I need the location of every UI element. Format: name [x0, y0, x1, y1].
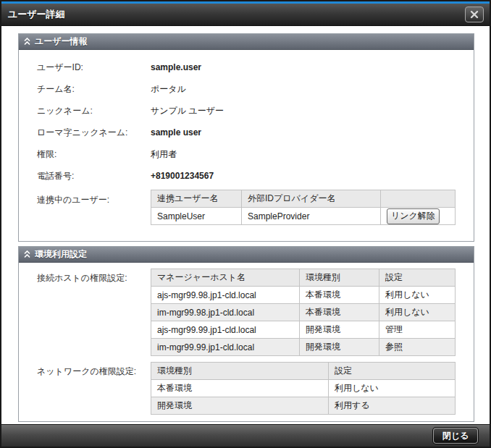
- host-permissions-row: 接続ホストの権限設定: マネージャーホスト名 環境種別 設定 ajs-mgr99…: [19, 269, 474, 356]
- table-row: 本番環境 利用しない: [151, 380, 456, 397]
- linked-user-label: 連携中のユーザー:: [37, 190, 151, 206]
- column-header: 外部IDプロバイダー名: [242, 190, 381, 208]
- dialog-title: ユーザー詳細: [1, 8, 65, 21]
- column-header-action: [381, 190, 456, 208]
- setting-cell: 利用しない: [379, 304, 456, 321]
- setting-cell: 利用しない: [329, 380, 456, 397]
- user-info-section-title: ユーザー情報: [35, 35, 88, 48]
- env-type-cell: 開発環境: [151, 397, 329, 415]
- field-romaji-nickname: ローマ字ニックネーム: sample user: [37, 122, 474, 143]
- linked-user-table: 連携ユーザー名 外部IDプロバイダー名 SampleUser SamplePro…: [151, 190, 456, 225]
- env-type-cell: 本番環境: [300, 304, 379, 321]
- table-row: ajs-mgr99.98.jp1-cld.local 本番環境 利用しない: [151, 287, 456, 304]
- table-header-row: マネージャーホスト名 環境種別 設定: [151, 269, 456, 287]
- field-value: sample.user: [151, 62, 201, 72]
- collapse-chevron-icon: [24, 250, 30, 258]
- user-detail-dialog: ユーザー詳細 ユーザー情報 ユーザーID: sample.user: [0, 0, 491, 448]
- collapse-chevron-icon: [24, 38, 30, 46]
- host-name-cell: ajs-mgr99.99.jp1-cld.local: [151, 321, 300, 339]
- field-value: +819001234567: [151, 171, 214, 181]
- user-info-fields: ユーザーID: sample.user チーム名: ポータル ニックネーム: サ…: [19, 50, 474, 225]
- table-row: ajs-mgr99.99.jp1-cld.local 開発環境 管理: [151, 321, 456, 339]
- field-user-id: ユーザーID: sample.user: [37, 56, 474, 78]
- user-info-panel: ユーザー情報 ユーザーID: sample.user チーム名: ポータル ニッ…: [18, 33, 474, 242]
- field-label: 電話番号:: [37, 170, 151, 182]
- env-settings-section-title: 環境利用設定: [35, 248, 87, 261]
- network-permissions-label: ネットワークの権限設定:: [37, 362, 151, 378]
- close-icon: [470, 10, 479, 19]
- field-label: ユーザーID:: [37, 62, 151, 74]
- host-permissions-table: マネージャーホスト名 環境種別 設定 ajs-mgr99.98.jp1-cld.…: [151, 269, 456, 356]
- field-phone-number: 電話番号: +819001234567: [37, 165, 474, 187]
- field-label: 権限:: [37, 148, 151, 161]
- field-label: チーム名:: [37, 83, 151, 96]
- setting-cell: 参照: [379, 339, 456, 356]
- host-permissions-label: 接続ホストの権限設定:: [37, 269, 151, 284]
- action-cell: リンク解除: [381, 208, 456, 225]
- env-type-cell: 開発環境: [300, 339, 379, 356]
- field-label: ローマ字ニックネーム:: [37, 127, 151, 139]
- env-settings-section-header[interactable]: 環境利用設定: [19, 247, 474, 263]
- env-settings-panel: 環境利用設定 接続ホストの権限設定: マネージャーホスト名 環境種別 設定 aj…: [18, 246, 474, 422]
- column-header: 連携ユーザー名: [151, 190, 242, 208]
- table-row: im-mgr99.99.jp1-cld.local 開発環境 参照: [151, 339, 456, 356]
- close-dialog-button[interactable]: 閉じる: [433, 428, 478, 444]
- column-header: 設定: [329, 363, 456, 380]
- table-row: SampleUser SampleProvider リンク解除: [151, 208, 456, 225]
- env-settings-content: 接続ホストの権限設定: マネージャーホスト名 環境種別 設定 ajs-mgr99…: [19, 263, 474, 415]
- field-label: ニックネーム:: [37, 105, 151, 117]
- column-header: 環境種別: [151, 363, 329, 380]
- host-name-cell: im-mgr99.98.jp1-cld.local: [151, 304, 300, 321]
- column-header: 環境種別: [300, 269, 379, 287]
- user-info-section-header[interactable]: ユーザー情報: [19, 34, 474, 50]
- field-value: sample user: [151, 127, 201, 138]
- close-button[interactable]: [465, 7, 484, 22]
- field-value: 利用者: [151, 148, 177, 161]
- setting-cell: 管理: [379, 321, 456, 339]
- linked-user-row: 連携中のユーザー: 連携ユーザー名 外部IDプロバイダー名 SampleUser…: [37, 190, 474, 225]
- setting-cell: 利用する: [329, 397, 456, 415]
- field-team-name: チーム名: ポータル: [37, 78, 474, 100]
- field-permission: 権限: 利用者: [37, 143, 474, 165]
- host-name-cell: im-mgr99.99.jp1-cld.local: [151, 339, 300, 356]
- linked-user-name-cell: SampleUser: [151, 208, 242, 225]
- table-row: im-mgr99.98.jp1-cld.local 本番環境 利用しない: [151, 304, 456, 321]
- env-type-cell: 本番環境: [151, 380, 329, 397]
- provider-name-cell: SampleProvider: [242, 208, 381, 225]
- setting-cell: 利用しない: [379, 287, 456, 304]
- host-name-cell: ajs-mgr99.98.jp1-cld.local: [151, 287, 300, 304]
- dialog-titlebar: ユーザー詳細: [1, 4, 490, 26]
- field-value: サンプル ユーザー: [151, 105, 224, 117]
- env-type-cell: 開発環境: [300, 321, 379, 339]
- field-nickname: ニックネーム: サンプル ユーザー: [37, 100, 474, 122]
- table-row: 開発環境 利用する: [151, 397, 456, 415]
- field-value: ポータル: [151, 83, 186, 96]
- dialog-footer: 閉じる: [1, 424, 490, 447]
- env-type-cell: 本番環境: [300, 287, 379, 304]
- table-header-row: 環境種別 設定: [151, 363, 456, 380]
- column-header: マネージャーホスト名: [151, 269, 300, 287]
- unlink-button[interactable]: リンク解除: [387, 208, 440, 224]
- network-permissions-table: 環境種別 設定 本番環境 利用しない 開発環境 利用する: [151, 362, 456, 415]
- network-permissions-row: ネットワークの権限設定: 環境種別 設定 本番環境 利用しない 開発環境 利用す…: [19, 362, 474, 415]
- column-header: 設定: [379, 269, 456, 287]
- table-header-row: 連携ユーザー名 外部IDプロバイダー名: [151, 190, 456, 208]
